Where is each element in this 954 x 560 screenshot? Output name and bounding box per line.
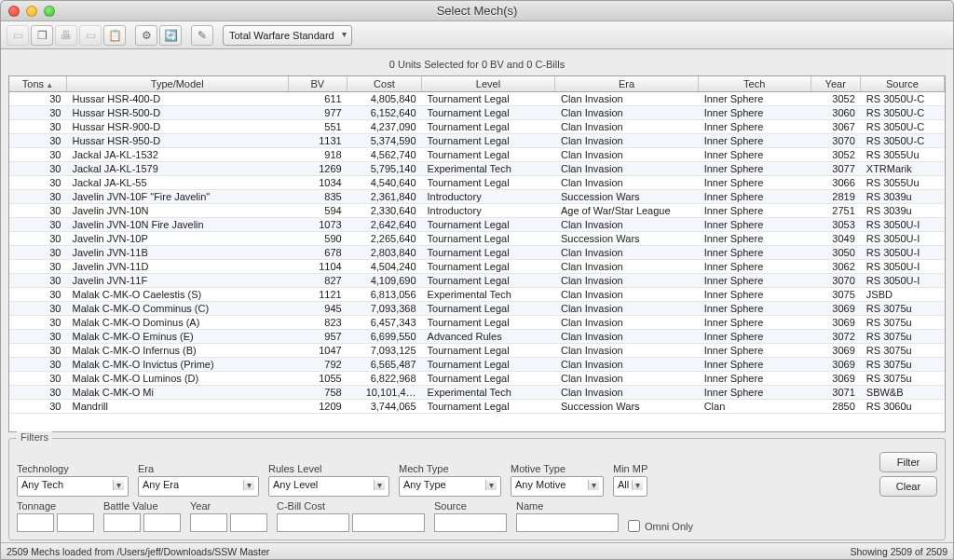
cell-source: RS 3060u (861, 400, 945, 414)
cell-level: Tournament Legal (422, 92, 555, 106)
table-row[interactable]: 30Javelin JVN-10N5942,330,640Introductor… (9, 204, 945, 218)
ruleset-select[interactable]: Total Warfare Standard (223, 25, 352, 46)
table-row[interactable]: 30Jackal JA-KL-15329184,562,740Tournamen… (9, 148, 945, 162)
omni-checkbox[interactable]: Omni Only (628, 520, 693, 532)
col-tons[interactable]: Tons (9, 76, 66, 92)
cell-cost: 2,642,640 (348, 218, 422, 232)
filter-button[interactable]: Filter (879, 452, 937, 472)
cell-era: Clan Invasion (555, 134, 699, 148)
cell-era: Clan Invasion (555, 316, 699, 330)
cell-level: Tournament Legal (422, 400, 555, 414)
tonnage-max[interactable] (57, 513, 94, 532)
table-row[interactable]: 30Javelin JVN-10F "Fire Javelin"8352,361… (9, 190, 945, 204)
col-tech[interactable]: Tech (698, 76, 811, 92)
new-icon[interactable]: ▭ (7, 25, 29, 46)
omni-checkbox-input[interactable] (628, 520, 640, 532)
cell-tech: Inner Sphere (699, 190, 811, 204)
name-input[interactable] (516, 513, 619, 532)
cbill-min[interactable] (277, 513, 349, 532)
table-row[interactable]: 30Hussar HSR-500-D9776,152,640Tournament… (9, 106, 945, 120)
cell-year: 2850 (811, 400, 861, 414)
wand-icon[interactable]: ✎ (191, 25, 213, 46)
cell-year: 3052 (811, 148, 861, 162)
clipboard-icon[interactable]: 📋 (103, 25, 126, 46)
cell-bv: 918 (288, 148, 348, 162)
cell-tons: 30 (9, 260, 66, 274)
table-row[interactable]: 30Mandrill12093,744,065Tournament LegalS… (9, 400, 945, 414)
cell-source: RS 3075u (861, 316, 945, 330)
close-icon[interactable] (8, 6, 20, 17)
col-cost[interactable]: Cost (347, 76, 421, 92)
cell-tons: 30 (9, 344, 66, 358)
table-row[interactable]: 30Hussar HSR-950-D11315,374,590Tournamen… (9, 134, 945, 148)
table-row[interactable]: 30Hussar HSR-400-D6114,805,840Tournament… (9, 92, 945, 106)
col-bv[interactable]: BV (288, 76, 347, 92)
cell-era: Age of War/Star League (555, 204, 699, 218)
table-row[interactable]: 30Malak C-MK-O Dominus (A)8236,457,343To… (9, 316, 945, 330)
filter-minmp[interactable]: All (613, 476, 647, 497)
cell-model: Jackal JA-KL-1579 (66, 162, 288, 176)
clear-button[interactable]: Clear (879, 476, 937, 497)
table-body[interactable]: 30Hussar HSR-400-D6114,805,840Tournament… (9, 92, 945, 432)
label-minmp: Min MP (613, 463, 647, 474)
cell-tech: Inner Sphere (699, 162, 811, 176)
bv-max[interactable] (143, 513, 181, 532)
save-icon[interactable]: ▭ (79, 25, 102, 46)
cell-tons: 30 (9, 386, 66, 400)
cbill-max[interactable] (352, 513, 425, 532)
table-row[interactable]: 30Javelin JVN-11F8274,109,690Tournament … (9, 274, 945, 288)
table-row[interactable]: 30Malak C-MK-O Infernus (B)10477,093,125… (9, 344, 945, 358)
cell-bv: 945 (288, 302, 348, 316)
filter-mechtype[interactable]: Any Type (399, 476, 501, 497)
minimize-icon[interactable] (26, 6, 37, 17)
table-header-row: Tons Type/Model BV Cost Level Era Tech Y… (9, 76, 945, 92)
table-row[interactable]: 30Javelin JVN-10N Fire Javelin10732,642,… (9, 218, 945, 232)
year-max[interactable] (230, 513, 267, 532)
cell-era: Clan Invasion (555, 274, 699, 288)
table-row[interactable]: 30Malak C-MK-O Mi75810,101,4…Experimenta… (9, 386, 945, 400)
cell-source: RS 3055Uu (861, 176, 945, 190)
col-year[interactable]: Year (811, 76, 860, 92)
filter-era[interactable]: Any Era (138, 476, 259, 497)
refresh-icon[interactable]: 🔄 (159, 25, 182, 46)
col-model[interactable]: Type/Model (66, 76, 288, 92)
col-era[interactable]: Era (555, 76, 699, 92)
table-row[interactable]: 30Jackal JA-KL-5510344,540,640Tournament… (9, 176, 945, 190)
source-input[interactable] (434, 513, 507, 532)
col-source[interactable]: Source (860, 76, 944, 92)
toolbar: ▭ ❐ 🖶 ▭ 📋 ⚙ 🔄 ✎ Total Warfare Standard (1, 21, 953, 49)
table-row[interactable]: 30Javelin JVN-11D11044,504,240Tournament… (9, 260, 945, 274)
cell-cost: 4,504,240 (348, 260, 422, 274)
cell-bv: 594 (288, 204, 348, 218)
year-min[interactable] (190, 513, 227, 532)
zoom-icon[interactable] (44, 6, 55, 17)
filter-rules[interactable]: Any Level (268, 476, 389, 497)
print-icon[interactable]: 🖶 (55, 25, 77, 46)
gear-icon[interactable]: ⚙ (135, 25, 157, 46)
table-row[interactable]: 30Malak C-MK-O Caelestis (S)11216,813,05… (9, 288, 945, 302)
cell-model: Malak C-MK-O Eminus (E) (66, 330, 288, 344)
table-row[interactable]: 30Malak C-MK-O Eminus (E)9576,699,550Adv… (9, 330, 945, 344)
cell-year: 3049 (811, 232, 861, 246)
cell-tons: 30 (9, 106, 66, 120)
col-level[interactable]: Level (421, 76, 554, 92)
table-row[interactable]: 30Jackal JA-KL-157912695,795,140Experime… (9, 162, 945, 176)
cell-bv: 678 (288, 246, 348, 260)
cell-model: Hussar HSR-500-D (66, 106, 288, 120)
bv-min[interactable] (103, 513, 141, 532)
cell-bv: 1269 (288, 162, 348, 176)
table-row[interactable]: 30Javelin JVN-10P5902,265,640Tournament … (9, 232, 945, 246)
table-row[interactable]: 30Malak C-MK-O Luminos (D)10556,822,968T… (9, 372, 945, 386)
cell-year: 2751 (811, 204, 861, 218)
table-row[interactable]: 30Malak C-MK-O Comminus (C)9457,093,368T… (9, 302, 945, 316)
table-row[interactable]: 30Hussar HSR-900-D5514,237,090Tournament… (9, 120, 945, 134)
copy-icon[interactable]: ❐ (31, 25, 53, 46)
cell-era: Clan Invasion (555, 288, 699, 302)
tonnage-min[interactable] (17, 513, 54, 532)
table-row[interactable]: 30Javelin JVN-11B6782,803,840Tournament … (9, 246, 945, 260)
filter-motive[interactable]: Any Motive (511, 476, 604, 497)
cell-source: RS 3050U-C (861, 120, 945, 134)
table-row[interactable]: 30Malak C-MK-O Invictus (Prime)7926,565,… (9, 358, 945, 372)
cell-level: Introductory (422, 204, 555, 218)
filter-technology[interactable]: Any Tech (17, 476, 129, 497)
